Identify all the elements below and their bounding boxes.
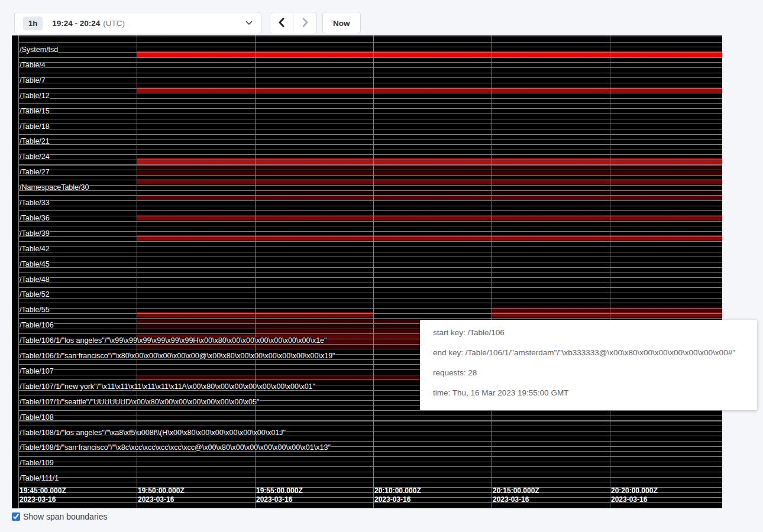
row-label: /Table/4	[20, 61, 46, 69]
row-label: /System/tsd	[20, 46, 58, 54]
heat-band[interactable]	[137, 166, 722, 170]
row-label: /Table/24	[20, 153, 50, 161]
heat-band[interactable]	[137, 195, 722, 200]
time-axis-label: 20:15:00.000Z2023-03-16	[493, 486, 539, 504]
row-label: /Table/106/1/"los angeles"/"\x99\x99\x99…	[20, 336, 326, 345]
time-window-badge: 1h	[23, 17, 43, 30]
row-label: /Table/12	[20, 92, 50, 100]
time-step-buttons	[270, 12, 317, 34]
tooltip-start-key: start key: /Table/106	[433, 323, 757, 343]
heat-band[interactable]	[137, 51, 722, 57]
row-label: /Table/109	[20, 459, 54, 467]
row-label: /Table/21	[20, 137, 50, 145]
time-range-text: 19:24 - 20:24	[52, 19, 100, 28]
heat-band[interactable]	[137, 312, 373, 317]
time-zone-text: (UTC)	[103, 19, 125, 28]
row-label: /Table/55	[20, 306, 50, 314]
row-label: /Table/107/1/"seattle"/"UUUUUUD\x00\x80\…	[20, 398, 259, 406]
heat-band[interactable]	[255, 190, 722, 194]
row-label: /Table/107	[20, 367, 54, 375]
row-label: /Table/7	[20, 76, 46, 85]
time-range-picker[interactable]: 1h 19:24 - 20:24 (UTC)	[14, 12, 261, 34]
time-axis-label: 19:50:00.000Z2023-03-16	[138, 486, 185, 504]
row-label: /Table/39	[20, 229, 50, 238]
step-back-button[interactable]	[270, 12, 293, 34]
row-label: /Table/48	[20, 275, 50, 284]
heat-band[interactable]	[492, 307, 722, 312]
row-label: /Table/108/1/"san francisco"/"\x8c\xcc\x…	[20, 443, 331, 452]
row-label: /Table/36	[20, 214, 50, 222]
now-button[interactable]: Now	[322, 12, 361, 34]
row-label: /Table/18	[20, 122, 50, 131]
row-label: /Table/108/1/"los angeles"/"\xa8\xf5\u00…	[20, 429, 286, 437]
keyvis-gridlines	[18, 35, 722, 508]
chevron-right-icon	[302, 18, 308, 29]
row-label: /Table/45	[20, 260, 50, 268]
keyvis-tooltip: start key: /Table/106 end key: /Table/10…	[420, 320, 757, 410]
heat-band[interactable]	[137, 171, 722, 176]
time-axis-label: 19:55:00.000Z2023-03-16	[256, 486, 303, 504]
keyvis-canvas[interactable]: /System/tsd/Table/4/Table/7/Table/12/Tab…	[12, 35, 722, 508]
chevron-down-icon	[245, 21, 253, 25]
heat-band[interactable]	[137, 235, 722, 241]
row-label: /Table/108	[20, 413, 54, 421]
heat-band[interactable]	[137, 215, 722, 220]
row-label: /Table/106/1/"san francisco"/"\x80\x00\x…	[20, 352, 335, 360]
chevron-left-icon	[279, 18, 284, 29]
heat-band[interactable]	[137, 87, 722, 93]
row-label: /NamespaceTable/30	[20, 183, 89, 192]
row-label: /Table/107/1/"new york"/"\x11\x11\x11\x1…	[20, 382, 315, 391]
row-label: /Table/52	[20, 290, 50, 299]
row-label: /Table/33	[20, 199, 50, 207]
heat-band[interactable]	[492, 312, 722, 317]
heat-band[interactable]	[137, 158, 722, 164]
tooltip-time: time: Thu, 16 Mar 2023 19:55:00 GMT	[433, 383, 757, 403]
row-label: /Table/111/1	[20, 474, 59, 482]
span-boundaries-toggle: Show span boundaries	[12, 512, 107, 521]
tooltip-requests: requests: 28	[433, 363, 757, 383]
row-label: /Table/27	[20, 168, 50, 176]
step-forward-button[interactable]	[293, 12, 317, 34]
span-boundaries-checkbox[interactable]	[12, 512, 20, 521]
row-label: /Table/106	[20, 321, 54, 329]
row-label: /Table/42	[20, 245, 50, 253]
time-axis-label: 20:10:00.000Z2023-03-16	[374, 486, 421, 504]
time-axis-label: 19:45:00.000Z2023-03-16	[20, 486, 66, 504]
span-boundaries-label[interactable]: Show span boundaries	[23, 512, 107, 521]
tooltip-end-key: end key: /Table/106/1/"amsterdam"/"\xb33…	[433, 343, 757, 363]
row-label: /Table/15	[20, 107, 50, 115]
time-axis-label: 20:20:00.000Z2023-03-16	[611, 486, 658, 504]
heat-band[interactable]	[137, 179, 722, 184]
